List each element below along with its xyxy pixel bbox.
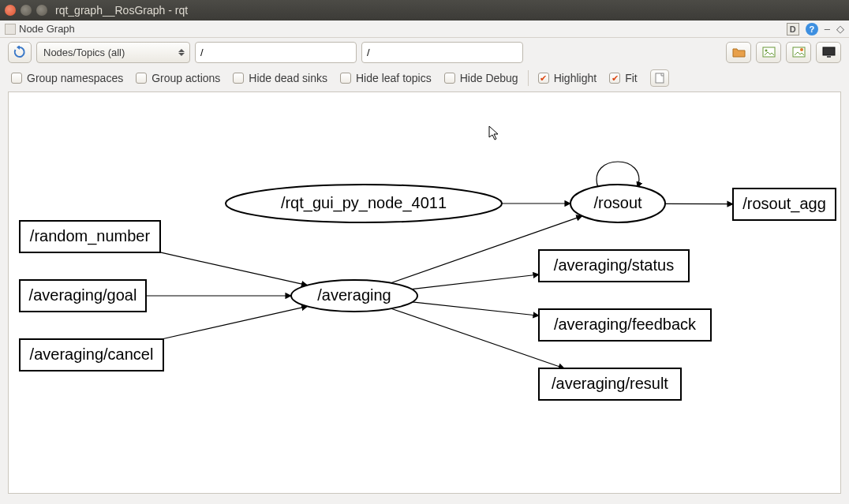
panel-header: Node Graph D ? – ◇: [0, 21, 849, 38]
ros-graph-svg: /random_number/averaging/goal/averaging/…: [9, 92, 840, 493]
checkbox-label: Highlight: [554, 72, 597, 84]
graph-node-label: /random_number: [30, 227, 151, 245]
graph-node-label: /rqt_gui_py_node_4011: [281, 194, 447, 212]
svg-point-3: [800, 48, 803, 51]
window-minimize-button[interactable]: [21, 5, 32, 16]
window-titlebar: rqt_graph__RosGraph - rqt: [0, 0, 849, 21]
graph-canvas[interactable]: /random_number/averaging/goal/averaging/…: [8, 91, 841, 494]
graph-node[interactable]: /averaging: [291, 280, 417, 312]
page-icon: [655, 73, 664, 84]
window-close-button[interactable]: [5, 5, 16, 16]
topic-filter-input[interactable]: [361, 42, 523, 63]
svg-point-1: [765, 50, 767, 52]
save-dot-button[interactable]: [786, 42, 811, 63]
checkbox-icon: [444, 73, 455, 84]
refresh-icon: [13, 46, 26, 58]
folder-open-icon: [732, 47, 746, 58]
graph-node[interactable]: /averaging/status: [539, 250, 689, 282]
graph-node-label: /rosout_agg: [742, 195, 826, 213]
view-mode-dropdown[interactable]: Nodes/Topics (all): [36, 42, 190, 63]
checkbox-icon: [136, 73, 147, 84]
chevron-up-down-icon: [178, 49, 185, 56]
dropdown-selected-label: Nodes/Topics (all): [43, 47, 125, 58]
help-icon[interactable]: ?: [806, 23, 818, 35]
graph-node[interactable]: /rosout: [570, 185, 665, 222]
checkbox-label: Hide leaf topics: [356, 72, 432, 84]
graph-edge: [162, 306, 308, 339]
graph-node-label: /averaging/feedback: [554, 315, 697, 333]
open-button[interactable]: [726, 42, 751, 63]
panel-float-icon[interactable]: ◇: [836, 23, 844, 35]
graph-edge: [160, 252, 307, 286]
save-image-button[interactable]: [756, 42, 781, 63]
highlight-checkbox[interactable]: Highlight: [538, 72, 597, 84]
divider: [528, 70, 529, 86]
graph-node-label: /averaging/result: [552, 375, 668, 392]
graph-node-label: /averaging/cancel: [30, 345, 154, 363]
checkbox-icon: [340, 73, 351, 84]
panel-title: Node Graph: [19, 23, 75, 35]
checkbox-label: Hide Debug: [460, 72, 518, 84]
panel-icon: [5, 24, 16, 35]
checkbox-label: Group namespaces: [27, 72, 123, 84]
monitor-icon: [822, 47, 836, 58]
image-export-icon: [792, 47, 806, 58]
graph-node-label: /averaging/goal: [29, 286, 137, 304]
reset-view-button[interactable]: [650, 69, 669, 87]
window-title: rqt_graph__RosGraph - rqt: [55, 4, 188, 17]
checkbox-checked-icon: [609, 73, 620, 84]
graph-node[interactable]: /averaging/result: [539, 368, 681, 400]
graph-node[interactable]: /averaging/feedback: [539, 309, 711, 341]
checkbox-label: Fit: [625, 72, 638, 84]
dock-icon[interactable]: D: [787, 23, 799, 35]
checkbox-icon: [233, 73, 244, 84]
graph-node[interactable]: /rqt_gui_py_node_4011: [226, 185, 502, 222]
group-namespaces-checkbox[interactable]: Group namespaces: [11, 72, 123, 84]
image-save-icon: [762, 47, 776, 58]
graph-node-label: /averaging: [317, 286, 391, 304]
graph-node[interactable]: /averaging/goal: [20, 280, 146, 312]
options-row: Group namespaces Group actions Hide dead…: [0, 66, 849, 90]
checkbox-icon: [11, 73, 22, 84]
svg-rect-4: [823, 47, 835, 55]
hide-debug-checkbox[interactable]: Hide Debug: [444, 72, 518, 84]
checkbox-label: Hide dead sinks: [249, 72, 327, 84]
graph-edge: [412, 274, 539, 289]
refresh-button[interactable]: [8, 42, 32, 63]
group-actions-checkbox[interactable]: Group actions: [136, 72, 220, 84]
hide-dead-sinks-checkbox[interactable]: Hide dead sinks: [233, 72, 327, 84]
graph-node[interactable]: /rosout_agg: [733, 189, 836, 220]
graph-edge: [412, 302, 539, 315]
hide-leaf-topics-checkbox[interactable]: Hide leaf topics: [340, 72, 432, 84]
graph-node[interactable]: /random_number: [20, 221, 160, 252]
graph-node[interactable]: /averaging/cancel: [20, 339, 163, 371]
screenshot-button[interactable]: [816, 42, 841, 63]
window-maximize-button[interactable]: [36, 5, 47, 16]
graph-node-label: /rosout: [593, 194, 642, 211]
checkbox-label: Group actions: [151, 72, 220, 84]
svg-rect-5: [827, 56, 831, 58]
fit-checkbox[interactable]: Fit: [609, 72, 638, 84]
panel-minimize-icon[interactable]: –: [825, 23, 830, 35]
node-filter-input[interactable]: [195, 42, 357, 63]
checkbox-checked-icon: [538, 73, 549, 84]
toolbar: Nodes/Topics (all): [0, 38, 849, 66]
graph-node-label: /averaging/status: [554, 256, 674, 274]
svg-rect-6: [656, 73, 664, 83]
